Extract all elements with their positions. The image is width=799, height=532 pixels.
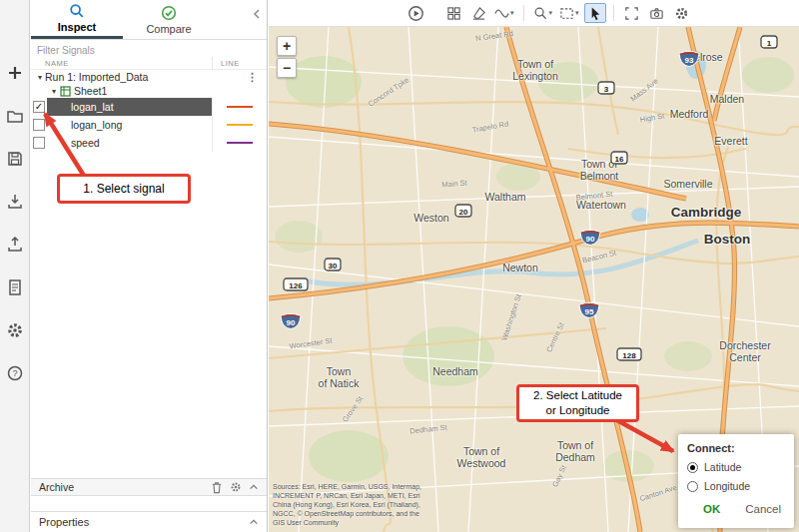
signal-tree: ▾ Run 1: Imported_Data ⋮ ▾ Sheet1 ✓ loga… <box>31 70 267 152</box>
settings-button[interactable] <box>671 3 693 23</box>
fit-view-icon <box>559 6 574 21</box>
export-button[interactable] <box>1 230 29 260</box>
latitude-radio-row[interactable]: Latitude <box>687 461 785 473</box>
signal-row-logan-lat[interactable]: ✓ logan_lat <box>31 98 267 116</box>
connect-buttons: OK Cancel <box>687 503 785 515</box>
column-line: LINE <box>212 57 267 69</box>
chevron-down-icon: ▾ <box>510 9 514 17</box>
wave-icon <box>494 6 509 21</box>
zoom-in-button[interactable]: + <box>277 36 297 56</box>
longitude-radio[interactable] <box>687 481 698 492</box>
zoom-menu-button[interactable]: ▾ <box>531 3 555 23</box>
line-column-cell <box>212 116 267 134</box>
chevron-left-icon <box>252 8 262 20</box>
spreadsheet-icon <box>60 86 71 97</box>
folder-icon <box>6 107 24 125</box>
inspect-magnifier-icon <box>69 3 85 19</box>
chevron-up-icon[interactable] <box>249 482 259 492</box>
camera-icon <box>649 6 664 21</box>
archive-bar[interactable]: Archive <box>31 478 267 496</box>
toolbar-separator <box>613 5 614 21</box>
map-zoom-control: + − <box>277 36 297 78</box>
preferences-button[interactable] <box>1 315 29 345</box>
help-button[interactable]: ? <box>1 358 29 388</box>
longitude-radio-label: Longitude <box>704 480 750 492</box>
line-column-cell <box>212 98 267 116</box>
sheet-row[interactable]: ▾ Sheet1 <box>31 84 267 98</box>
clear-button[interactable] <box>467 3 489 23</box>
latitude-radio[interactable] <box>687 462 698 473</box>
gear-icon[interactable] <box>230 481 242 493</box>
signal-checkbox[interactable]: ✓ <box>33 101 45 113</box>
run-label: Run 1: Imported_Data <box>45 71 148 83</box>
toolbar-separator <box>523 5 524 21</box>
ok-button[interactable]: OK <box>703 503 720 515</box>
longitude-radio-row[interactable]: Longitude <box>687 480 785 492</box>
signal-row-logan-long[interactable]: logan_long <box>31 116 267 134</box>
signal-line-swatch <box>227 142 253 144</box>
gear-icon <box>6 321 24 339</box>
expand-arrow-icon[interactable]: ▾ <box>35 73 45 82</box>
properties-bar[interactable]: Properties <box>31 511 267 532</box>
map-area: ▾ ▾ ▾ <box>269 0 799 532</box>
line-column-cell <box>212 134 267 152</box>
tab-compare[interactable]: Compare <box>123 0 215 39</box>
sheet-label: Sheet1 <box>74 85 107 97</box>
properties-icons <box>249 517 267 527</box>
export-icon <box>6 236 24 254</box>
callout-select-lat-long: 2. Select Latitude or Longitude <box>516 384 639 422</box>
signal-checkbox[interactable] <box>33 137 45 149</box>
signal-checkbox[interactable] <box>33 119 45 131</box>
cancel-button[interactable]: Cancel <box>745 503 781 515</box>
report-button[interactable] <box>1 272 29 302</box>
column-name: NAME <box>31 59 212 68</box>
fullscreen-button[interactable] <box>621 3 643 23</box>
tab-compare-label: Compare <box>146 23 191 35</box>
grid-layout-icon <box>446 6 461 21</box>
compare-check-icon <box>161 5 177 21</box>
signals-menu-button[interactable]: ▾ <box>492 3 516 23</box>
pointer-button[interactable] <box>584 3 606 23</box>
connect-dialog: Connect: Latitude Longitude OK Cancel <box>678 434 794 528</box>
collapse-panel-button[interactable] <box>247 0 267 39</box>
map-attribution: Sources: Esri, HERE, Garmin, USGS, Inter… <box>273 482 424 527</box>
latitude-radio-label: Latitude <box>704 461 741 473</box>
signal-table-header: NAME LINE <box>31 57 267 70</box>
left-toolbar: ? <box>0 0 30 532</box>
filter-row <box>31 40 267 57</box>
document-icon <box>6 278 24 296</box>
cursor-arrow-icon <box>587 6 602 21</box>
chevron-up-icon[interactable] <box>249 517 259 527</box>
fit-to-view-button[interactable]: ▾ <box>557 3 581 23</box>
run-row[interactable]: ▾ Run 1: Imported_Data ⋮ <box>31 70 267 84</box>
snapshot-button[interactable] <box>646 3 668 23</box>
run-button[interactable] <box>404 3 426 23</box>
callout-select-signal: 1. Select signal <box>57 174 191 204</box>
import-icon <box>6 193 24 211</box>
expand-arrow-icon[interactable]: ▾ <box>49 87 59 96</box>
add-button[interactable] <box>1 58 29 88</box>
properties-label: Properties <box>31 516 89 528</box>
tab-inspect-label: Inspect <box>58 21 97 33</box>
signal-row-speed[interactable]: speed <box>31 134 267 152</box>
signal-name: logan_lat <box>47 98 212 116</box>
save-icon <box>6 150 24 168</box>
archive-label: Archive <box>31 481 74 493</box>
signal-line-swatch <box>227 124 253 126</box>
fullscreen-icon <box>624 6 639 21</box>
signal-browser-panel: Inspect Compare NAME LINE ▾ Run 1: Impor… <box>31 0 268 532</box>
tab-inspect[interactable]: Inspect <box>31 0 123 39</box>
connect-title: Connect: <box>687 442 785 454</box>
save-button[interactable] <box>1 144 29 174</box>
layout-button[interactable] <box>442 3 464 23</box>
zoom-out-button[interactable]: − <box>277 58 297 78</box>
open-folder-button[interactable] <box>1 101 29 131</box>
signal-name: speed <box>47 134 212 152</box>
kebab-menu-icon[interactable]: ⋮ <box>247 71 258 84</box>
eraser-icon <box>471 6 486 21</box>
gear-icon <box>674 6 689 21</box>
import-button[interactable] <box>1 187 29 217</box>
trash-icon[interactable] <box>211 481 223 494</box>
play-circle-icon <box>407 5 424 22</box>
simulation-data-inspector-window: ? Inspect Compare NAME LINE <box>0 0 799 532</box>
